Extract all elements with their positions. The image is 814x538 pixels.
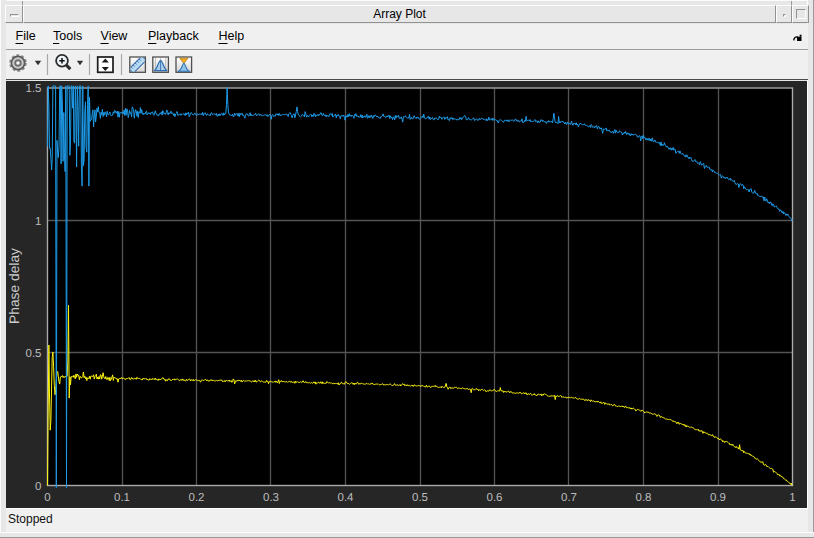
svg-text:0.5: 0.5 (412, 492, 428, 504)
svg-text:Phase delay: Phase delay (7, 248, 22, 324)
svg-text:0.4: 0.4 (338, 492, 355, 504)
svg-text:0.6: 0.6 (487, 492, 503, 504)
svg-text:0.7: 0.7 (561, 492, 577, 504)
svg-text:0.9: 0.9 (710, 492, 726, 504)
svg-text:0: 0 (35, 481, 41, 493)
svg-text:1.5: 1.5 (26, 83, 42, 95)
svg-text:0.5: 0.5 (26, 348, 42, 360)
svg-text:0: 0 (44, 492, 50, 504)
svg-text:1: 1 (35, 216, 41, 228)
svg-text:0.3: 0.3 (263, 492, 279, 504)
svg-text:0.8: 0.8 (636, 492, 652, 504)
svg-text:0.1: 0.1 (114, 492, 130, 504)
svg-text:1: 1 (789, 492, 795, 504)
svg-text:0.2: 0.2 (189, 492, 205, 504)
